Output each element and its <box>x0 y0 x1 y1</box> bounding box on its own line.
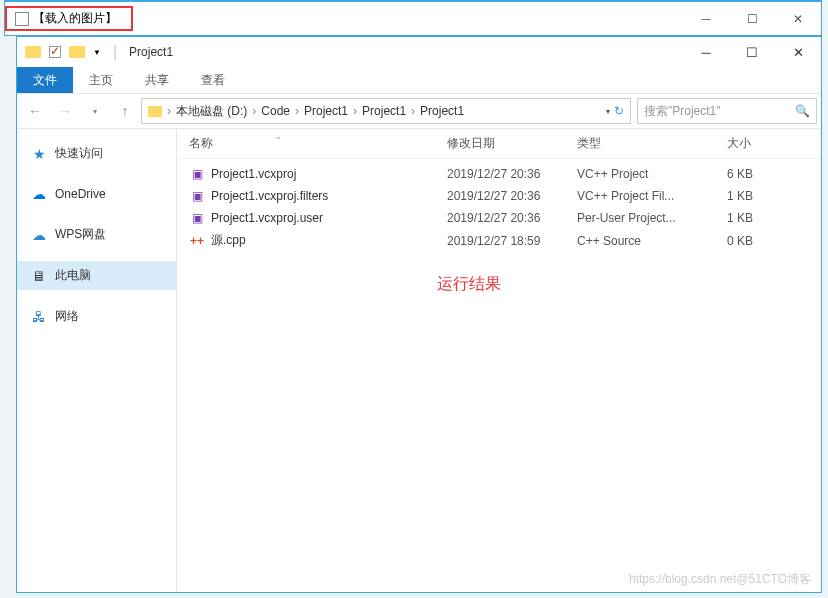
address-box[interactable]: › 本地磁盘 (D:) › Code › Project1 › Project1… <box>141 98 631 124</box>
file-type: VC++ Project <box>577 167 727 181</box>
qat-checkbox[interactable] <box>49 46 61 58</box>
parent-maximize-button[interactable]: ☐ <box>729 4 775 34</box>
parent-close-button[interactable]: ✕ <box>775 4 821 34</box>
file-size: 1 KB <box>727 189 809 203</box>
folder-icon <box>148 106 162 117</box>
file-type: Per-User Project... <box>577 211 727 225</box>
sidebar-item-quickaccess[interactable]: ★ 快速访问 <box>17 139 176 168</box>
file-size: 6 KB <box>727 167 809 181</box>
breadcrumb-item[interactable]: 本地磁盘 (D:) <box>176 103 247 120</box>
history-dropdown[interactable]: ▾ <box>81 97 109 125</box>
addressbar: ← → ▾ ↑ › 本地磁盘 (D:) › Code › Project1 › … <box>17 93 821 129</box>
file-list: ▣Project1.vcxproj2019/12/27 20:36VC++ Pr… <box>177 159 821 256</box>
minimize-button[interactable]: ─ <box>683 38 729 66</box>
cloud-icon: ☁ <box>31 186 47 202</box>
file-row[interactable]: ▣Project1.vcxproj2019/12/27 20:36VC++ Pr… <box>177 163 821 185</box>
window-title: Project1 <box>129 45 173 59</box>
column-header-date[interactable]: 修改日期 <box>447 135 577 152</box>
cpp-file-icon: ++ <box>189 233 205 249</box>
parent-window-title: 【载入的图片】 <box>33 10 117 27</box>
sidebar-item-label: 网络 <box>55 308 79 325</box>
file-row[interactable]: ▣Project1.vcxproj.filters2019/12/27 20:3… <box>177 185 821 207</box>
highlighted-title-box: 【载入的图片】 <box>5 6 133 31</box>
column-header-type[interactable]: 类型 <box>577 135 727 152</box>
file-size: 1 KB <box>727 211 809 225</box>
vcxproj-file-icon: ▣ <box>189 166 205 182</box>
column-headers: 名称 ˆ 修改日期 类型 大小 <box>177 129 821 159</box>
vcxproj-file-icon: ▣ <box>189 210 205 226</box>
sidebar-item-onedrive[interactable]: ☁ OneDrive <box>17 180 176 208</box>
chevron-right-icon: › <box>252 104 256 118</box>
titlebar: ▼ | Project1 ─ ☐ ✕ <box>17 37 821 67</box>
close-button[interactable]: ✕ <box>775 38 821 66</box>
app-icon <box>15 12 29 26</box>
watermark: https://blog.csdn.net@51CTO博客 <box>629 571 811 588</box>
refresh-button[interactable]: ↻ <box>614 104 624 118</box>
file-type: C++ Source <box>577 234 727 248</box>
network-icon: 🖧 <box>31 309 47 325</box>
search-icon: 🔍 <box>795 104 810 118</box>
breadcrumb-item[interactable]: Project1 <box>362 104 406 118</box>
column-header-size[interactable]: 大小 <box>727 135 821 152</box>
cloud-icon: ☁ <box>31 227 47 243</box>
file-date: 2019/12/27 20:36 <box>447 167 577 181</box>
parent-minimize-button[interactable]: ─ <box>683 4 729 34</box>
address-dropdown-icon[interactable]: ▾ <box>606 107 610 116</box>
breadcrumb-item[interactable]: Code <box>261 104 290 118</box>
ribbon-tab-home[interactable]: 主页 <box>73 67 129 93</box>
sidebar-item-label: OneDrive <box>55 187 106 201</box>
column-header-name[interactable]: 名称 ˆ <box>189 135 447 152</box>
up-button[interactable]: ↑ <box>111 97 139 125</box>
body: ★ 快速访问 ☁ OneDrive ☁ WPS网盘 🖥 此电脑 🖧 网络 <box>17 129 821 592</box>
file-row[interactable]: ++源.cpp2019/12/27 18:59C++ Source0 KB <box>177 229 821 252</box>
ribbon-tab-file[interactable]: 文件 <box>17 67 73 93</box>
sidebar-item-network[interactable]: 🖧 网络 <box>17 302 176 331</box>
file-name: Project1.vcxproj.filters <box>211 189 328 203</box>
file-date: 2019/12/27 20:36 <box>447 189 577 203</box>
file-name: 源.cpp <box>211 232 246 249</box>
file-row[interactable]: ▣Project1.vcxproj.user2019/12/27 20:36Pe… <box>177 207 821 229</box>
sidebar-item-wps[interactable]: ☁ WPS网盘 <box>17 220 176 249</box>
star-icon: ★ <box>31 146 47 162</box>
sidebar-item-label: WPS网盘 <box>55 226 106 243</box>
parent-window-titlebar: 【载入的图片】 ─ ☐ ✕ <box>4 0 822 36</box>
back-button[interactable]: ← <box>21 97 49 125</box>
ribbon-tab-share[interactable]: 共享 <box>129 67 185 93</box>
maximize-button[interactable]: ☐ <box>729 38 775 66</box>
file-date: 2019/12/27 20:36 <box>447 211 577 225</box>
explorer-window: ▼ | Project1 ─ ☐ ✕ 文件 主页 共享 查看 ← → ▾ ↑ ›… <box>16 35 822 593</box>
sidebar-item-label: 快速访问 <box>55 145 103 162</box>
search-placeholder: 搜索"Project1" <box>644 103 721 120</box>
separator: | <box>113 43 117 61</box>
sidebar: ★ 快速访问 ☁ OneDrive ☁ WPS网盘 🖥 此电脑 🖧 网络 <box>17 129 177 592</box>
file-name: Project1.vcxproj.user <box>211 211 323 225</box>
pc-icon: 🖥 <box>31 268 47 284</box>
file-name: Project1.vcxproj <box>211 167 296 181</box>
sidebar-item-label: 此电脑 <box>55 267 91 284</box>
file-size: 0 KB <box>727 234 809 248</box>
breadcrumb-item[interactable]: Project1 <box>304 104 348 118</box>
content-pane: 名称 ˆ 修改日期 类型 大小 ▣Project1.vcxproj2019/12… <box>177 129 821 592</box>
chevron-right-icon: › <box>353 104 357 118</box>
vcxproj-file-icon: ▣ <box>189 188 205 204</box>
ribbon-tab-view[interactable]: 查看 <box>185 67 241 93</box>
folder-icon <box>25 46 41 58</box>
forward-button[interactable]: → <box>51 97 79 125</box>
chevron-right-icon: › <box>295 104 299 118</box>
chevron-right-icon: › <box>411 104 415 118</box>
file-type: VC++ Project Fil... <box>577 189 727 203</box>
file-date: 2019/12/27 18:59 <box>447 234 577 248</box>
qat-dropdown-icon[interactable]: ▼ <box>93 48 101 57</box>
search-input[interactable]: 搜索"Project1" 🔍 <box>637 98 817 124</box>
annotation-text: 运行结果 <box>437 274 501 295</box>
chevron-right-icon: › <box>167 104 171 118</box>
sidebar-item-thispc[interactable]: 🖥 此电脑 <box>17 261 176 290</box>
folder-icon <box>69 46 85 58</box>
ribbon-tabs: 文件 主页 共享 查看 <box>17 67 821 93</box>
breadcrumb-item[interactable]: Project1 <box>420 104 464 118</box>
